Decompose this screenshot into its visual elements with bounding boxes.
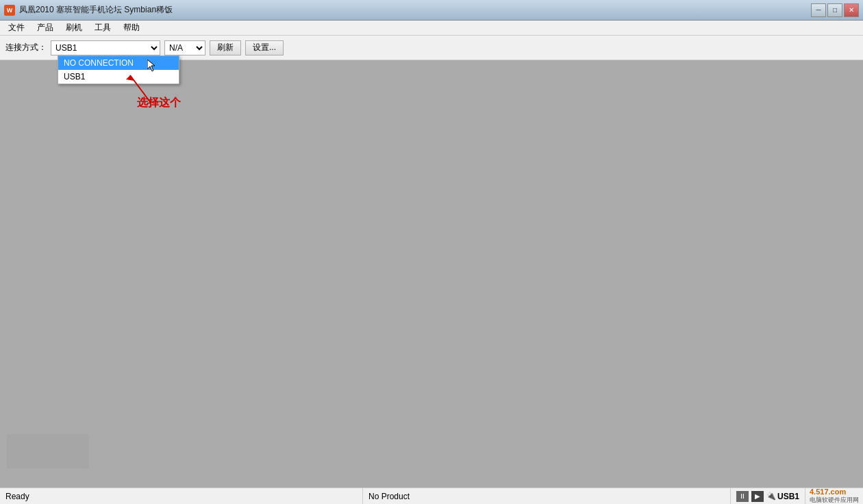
usb-label: USB1	[777, 492, 799, 501]
menu-help[interactable]: 帮助	[118, 21, 145, 35]
na-select[interactable]: N/A	[164, 40, 205, 55]
title-bar: W 凤凰2010 塞班智能手机论坛 Symbian稀饭 ─ □ ✕	[0, 0, 863, 21]
main-content	[0, 60, 863, 488]
title-left: W 凤凰2010 塞班智能手机论坛 Symbian稀饭	[4, 4, 173, 16]
connection-select[interactable]: USB1	[51, 40, 160, 55]
pause-icon: ⏸	[736, 491, 749, 502]
connection-dropdown[interactable]: NO CONNECTION USB1	[58, 55, 179, 84]
status-ready: Ready	[0, 488, 363, 504]
dropdown-item-usb1[interactable]: USB1	[58, 70, 179, 84]
connection-label: 连接方式：	[5, 42, 47, 53]
status-logo: 4.517.com 电脑软硬件应用网	[805, 488, 863, 504]
close-button[interactable]: ✕	[844, 3, 859, 17]
menu-product[interactable]: 产品	[32, 21, 59, 35]
title-text: 凤凰2010 塞班智能手机论坛 Symbian稀饭	[19, 4, 173, 16]
app-icon: W	[4, 5, 15, 16]
dropdown-item-no-connection[interactable]: NO CONNECTION	[58, 56, 179, 70]
logo-line2: 电脑软硬件应用网	[810, 496, 859, 504]
settings-button[interactable]: 设置...	[245, 40, 284, 55]
minimize-button[interactable]: ─	[811, 3, 826, 17]
title-buttons: ─ □ ✕	[811, 3, 859, 17]
menu-file[interactable]: 文件	[3, 21, 30, 35]
restore-button[interactable]: □	[827, 3, 842, 17]
status-product: No Product	[363, 488, 731, 504]
menu-tools[interactable]: 工具	[89, 21, 116, 35]
menu-flash[interactable]: 刷机	[60, 21, 88, 35]
status-bar: Ready No Product ⏸ ▶ 🔌 USB1 4.517.com 电脑…	[0, 488, 863, 504]
menu-bar: 文件 产品 刷机 工具 帮助	[0, 21, 863, 36]
record-icon: ▶	[751, 491, 764, 502]
status-icons: ⏸ ▶ 🔌 USB1	[731, 488, 805, 504]
watermark	[7, 434, 89, 468]
refresh-button[interactable]: 刷新	[210, 40, 241, 55]
usb-connector-icon: 🔌 USB1	[766, 492, 799, 501]
logo-line1: 4.517.com	[810, 488, 859, 496]
